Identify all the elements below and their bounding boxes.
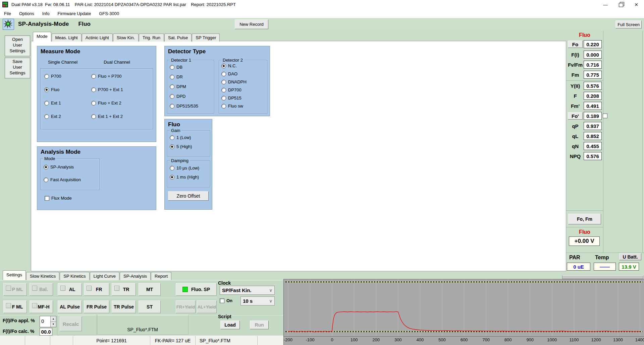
- npq-label: NPQ: [567, 153, 584, 159]
- radio-gain-5-high[interactable]: 5 (High): [170, 144, 209, 149]
- bottom-control-panel: P ML Bal. AL FR TR MT Fluo. SP F ML MF-H…: [0, 280, 283, 336]
- radio-ext1-ext2[interactable]: Ext 1 + Ext 2: [91, 114, 152, 119]
- mt-button[interactable]: MT: [139, 283, 161, 296]
- radio-fast-acquisition[interactable]: Fast Acquisition: [44, 177, 99, 182]
- radio-label: DB: [176, 65, 182, 70]
- tab-sp-kinetics[interactable]: SP Kinetics: [60, 272, 89, 280]
- menu-gfs-3000[interactable]: GFS-3000: [95, 10, 123, 17]
- green-indicator: [182, 287, 188, 292]
- recalc-button[interactable]: Recalc: [60, 317, 82, 331]
- menu-info[interactable]: Info: [38, 10, 54, 17]
- radio-ext1[interactable]: Ext 1: [44, 100, 91, 106]
- full-screen-button[interactable]: Full Screen: [615, 20, 642, 28]
- mfh-toggle-button[interactable]: MF-H: [30, 300, 53, 313]
- al-toggle-button[interactable]: AL: [58, 283, 82, 296]
- clock-interval-select[interactable]: 10 s∨: [240, 296, 275, 305]
- menu-file[interactable]: File: [0, 10, 15, 17]
- tab-trig-run[interactable]: Trig. Run: [139, 33, 164, 42]
- menu-firmware-update[interactable]: Firmware Update: [53, 10, 95, 17]
- radio-fluo-ext2[interactable]: Fluo + Ext 2: [91, 100, 152, 106]
- radio-fluo-sw[interactable]: Fluo sw: [221, 104, 267, 109]
- radio-dpd[interactable]: DPD: [170, 94, 213, 99]
- spinner-up-arrow[interactable]: ▲: [50, 316, 56, 322]
- radio-gain-1-low[interactable]: 1 (Low): [170, 135, 209, 140]
- script-run-button[interactable]: Run: [250, 321, 269, 329]
- fifo-appl-spinner[interactable]: 0 ▲ ▼: [40, 316, 56, 327]
- radio-dot: [44, 74, 49, 79]
- bottom-tab-strip: Settings Slow Kinetics SP Kinetics Light…: [3, 271, 172, 280]
- tab-mode[interactable]: Mode: [33, 32, 51, 42]
- radio-dao[interactable]: DAO: [221, 71, 267, 76]
- fluo-sp-toggle-button[interactable]: Fluo. SP: [176, 283, 217, 296]
- radio-dr[interactable]: DR: [170, 74, 213, 79]
- fo-prime-checkbox[interactable]: [603, 114, 607, 118]
- fifo-calc-value: 00.0: [40, 328, 52, 336]
- radio-dot: [170, 175, 174, 180]
- tab-meas-light[interactable]: Meas. Light: [52, 33, 82, 42]
- clock-mode-select[interactable]: SP/Fast Kin.∨: [220, 286, 275, 295]
- minimize-button[interactable]: —: [598, 0, 613, 9]
- new-record-button[interactable]: New Record: [235, 19, 268, 29]
- radio-dot: [44, 178, 48, 182]
- close-button[interactable]: ✕: [629, 0, 644, 9]
- script-load-button[interactable]: Load: [220, 321, 240, 329]
- radio-dp515[interactable]: DP515: [221, 95, 267, 100]
- kinetics-chart[interactable]: -200-10001002003004005006007008009001000…: [283, 279, 644, 345]
- fo-fm-button[interactable]: Fo, Fm: [568, 214, 601, 224]
- detector-type-panel: Detector Type Detector 1 DB DR DPM DPD D…: [164, 46, 270, 116]
- al-pulse-button[interactable]: AL Pulse: [58, 300, 82, 313]
- status-point-count: Point= 121691: [73, 336, 150, 345]
- radio-label: P700: [51, 74, 61, 79]
- chevron-down-icon: ∨: [269, 288, 272, 293]
- zero-offset-button[interactable]: Zero Offset: [168, 191, 209, 201]
- ql-value: 0.852: [584, 132, 602, 140]
- radio-damping-1ms-high[interactable]: 1 ms (High): [170, 175, 209, 180]
- tab-sat-pulse[interactable]: Sat. Pulse: [164, 33, 192, 42]
- radio-ext2[interactable]: Ext 2: [44, 114, 91, 119]
- tab-light-curve[interactable]: Light Curve: [90, 272, 119, 280]
- radio-db[interactable]: DB: [170, 65, 213, 70]
- spinner-down-arrow[interactable]: ▼: [50, 322, 56, 327]
- fml-toggle-button[interactable]: F ML: [3, 300, 27, 313]
- tr-toggle-button[interactable]: TR: [112, 283, 136, 296]
- radio-fluo-p700[interactable]: Fluo + P700: [91, 74, 152, 79]
- radio-nc[interactable]: N.C.: [221, 63, 267, 68]
- fluo-panel-title: Fluo: [168, 121, 209, 128]
- radio-dp515-535[interactable]: DP515/535: [170, 104, 213, 109]
- chart-scrollbar[interactable]: [562, 275, 643, 279]
- radio-fluo[interactable]: Fluo: [44, 87, 91, 92]
- save-user-settings-button[interactable]: Save User Settings: [5, 58, 30, 78]
- fr-toggle-button[interactable]: FR: [84, 283, 109, 296]
- mode-starburst-icon[interactable]: [3, 19, 14, 30]
- clock-on-checkbox[interactable]: On: [220, 298, 232, 303]
- fr-yield-button[interactable]: FR+Yield: [176, 300, 196, 313]
- fr-pulse-button[interactable]: FR Pulse: [84, 300, 109, 313]
- radio-dnadph[interactable]: DNADPH: [221, 79, 267, 84]
- radio-dpm[interactable]: DPM: [170, 84, 213, 89]
- tab-sp-analysis[interactable]: SP-Analysis: [120, 272, 151, 280]
- tab-actinic-light[interactable]: Actinic Light: [82, 33, 113, 42]
- radio-p700[interactable]: P700: [44, 74, 91, 79]
- radio-sp-analysis[interactable]: SP-Analysis: [44, 164, 99, 169]
- fo-button[interactable]: Fo: [568, 41, 583, 48]
- pml-toggle-button[interactable]: P ML: [3, 283, 27, 296]
- tab-report[interactable]: Report: [151, 272, 171, 280]
- al-yield-button[interactable]: AL+Yield: [197, 300, 217, 313]
- radio-p700-ext1[interactable]: P700 + Ext 1: [91, 87, 152, 92]
- tab-slow-kinetics[interactable]: Slow Kinetics: [26, 272, 59, 280]
- restore-button[interactable]: [613, 0, 629, 9]
- fo-prime-button[interactable]: Fo': [568, 112, 583, 120]
- st-button[interactable]: ST: [139, 300, 161, 313]
- open-user-settings-button[interactable]: Open User Settings: [5, 36, 30, 56]
- tab-slow-kin[interactable]: Slow Kin.: [113, 33, 139, 42]
- yii-value: 0.576: [584, 82, 602, 90]
- tr-pulse-button[interactable]: TR Pulse: [112, 300, 136, 313]
- radio-damping-10us-low[interactable]: 10 µs (Low): [170, 165, 209, 170]
- radio-dp700[interactable]: DP700: [221, 87, 267, 92]
- u-batt-button[interactable]: U Batt.: [619, 253, 641, 260]
- tab-settings[interactable]: Settings: [3, 270, 26, 280]
- bal-toggle-button[interactable]: Bal.: [30, 283, 53, 296]
- flux-mode-checkbox[interactable]: Flux Mode: [45, 196, 153, 201]
- tab-sp-trigger[interactable]: SP Trigger: [192, 33, 220, 42]
- menu-options[interactable]: Options: [15, 10, 38, 17]
